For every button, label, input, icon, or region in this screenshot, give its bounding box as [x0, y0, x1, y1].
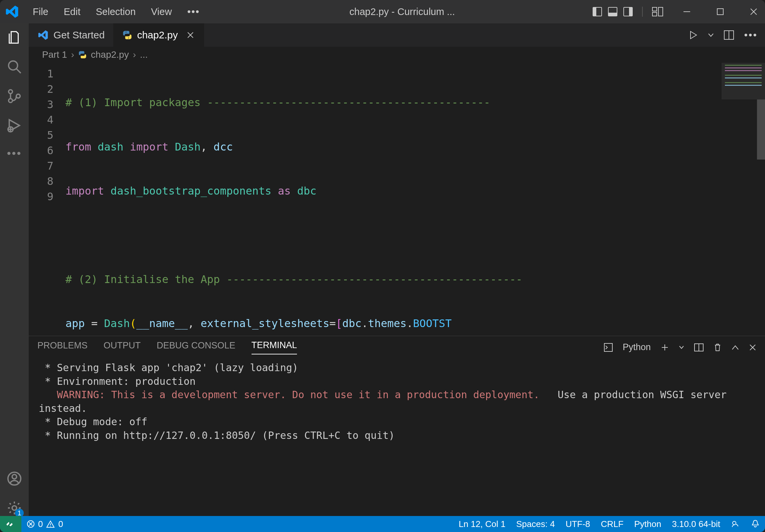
panel-tab-debug[interactable]: DEBUG CONSOLE: [157, 340, 236, 354]
accounts-icon[interactable]: [6, 471, 22, 487]
status-bell-icon[interactable]: [746, 519, 765, 529]
python-icon: [122, 30, 132, 40]
run-file-icon[interactable]: [689, 31, 698, 39]
svg-line-8: [16, 69, 21, 73]
svg-point-17: [12, 506, 16, 510]
svg-point-10: [9, 99, 13, 103]
code-content[interactable]: # (1) Import packages ------------------…: [65, 63, 765, 336]
kill-terminal-icon[interactable]: [714, 343, 722, 352]
terminal-actions: Python: [604, 342, 756, 352]
menu-file[interactable]: File: [33, 6, 48, 17]
maximize-panel-icon[interactable]: [732, 345, 739, 350]
svg-point-7: [9, 61, 18, 70]
breadcrumb[interactable]: Part 1 › chap2.py › ...: [29, 47, 765, 63]
status-feedback-icon[interactable]: [726, 519, 746, 529]
customize-layout-icon[interactable]: [652, 7, 663, 16]
window-controls: [680, 5, 760, 18]
menu-edit[interactable]: Edit: [64, 6, 81, 17]
panel-tab-problems[interactable]: PROBLEMS: [37, 340, 88, 354]
window-title: chap2.py - Curriculum ...: [215, 6, 589, 17]
chevron-right-icon: ›: [133, 49, 136, 60]
close-tab-icon[interactable]: [186, 30, 195, 40]
status-indent[interactable]: Spaces: 4: [511, 519, 560, 529]
svg-point-34: [733, 521, 736, 525]
overview-scrollbar[interactable]: [757, 63, 765, 336]
layout-bottom-icon[interactable]: [608, 7, 617, 16]
explorer-icon[interactable]: [6, 29, 22, 45]
split-terminal-icon[interactable]: [694, 343, 704, 351]
settings-gear-icon[interactable]: 1: [6, 500, 22, 516]
close-button[interactable]: [747, 5, 760, 18]
close-panel-icon[interactable]: [749, 344, 756, 351]
panel-tab-terminal[interactable]: TERMINAL: [252, 340, 297, 354]
status-position[interactable]: Ln 12, Col 1: [453, 519, 511, 529]
tab-get-started[interactable]: Get Started: [29, 23, 114, 47]
line-gutter: 123456789: [29, 63, 65, 336]
svg-point-33: [50, 526, 51, 527]
svg-rect-4: [717, 9, 723, 15]
terminal-profile-icon[interactable]: [604, 343, 613, 352]
run-dropdown-icon[interactable]: [708, 32, 714, 38]
split-editor-icon[interactable]: [724, 30, 734, 40]
run-debug-icon[interactable]: [6, 117, 22, 134]
svg-point-9: [9, 90, 13, 94]
source-control-icon[interactable]: [6, 88, 22, 104]
terminal-shell-name[interactable]: Python: [623, 342, 651, 352]
title-bar: File Edit Selection View ••• chap2.py - …: [0, 0, 765, 23]
remote-indicator[interactable]: [0, 516, 21, 532]
new-terminal-icon[interactable]: [661, 343, 669, 351]
panel-tabs: PROBLEMS OUTPUT DEBUG CONSOLE TERMINAL P…: [29, 336, 765, 354]
editor-more-icon[interactable]: •••: [744, 29, 758, 41]
menu-view[interactable]: View: [151, 6, 172, 17]
svg-rect-0: [652, 7, 657, 11]
status-problems[interactable]: 0 0: [21, 519, 68, 529]
status-language[interactable]: Python: [629, 519, 666, 529]
vscode-icon: [37, 29, 49, 41]
breadcrumb-folder[interactable]: Part 1: [42, 49, 67, 60]
svg-rect-1: [652, 12, 657, 16]
editor-tabs: Get Started chap2.py •••: [29, 23, 765, 47]
terminal-dropdown-icon[interactable]: [679, 345, 684, 350]
breadcrumb-file[interactable]: chap2.py: [91, 49, 129, 60]
settings-badge: 1: [15, 509, 24, 516]
panel-tab-output[interactable]: OUTPUT: [104, 340, 141, 354]
tab-chap2-py[interactable]: chap2.py: [114, 23, 204, 47]
python-icon: [78, 50, 87, 59]
svg-rect-2: [658, 7, 663, 16]
status-eol[interactable]: CRLF: [596, 519, 629, 529]
svg-rect-22: [604, 343, 612, 351]
chevron-right-icon: ›: [71, 49, 74, 60]
menu-selection[interactable]: Selection: [96, 6, 136, 17]
editor-actions: •••: [682, 23, 765, 47]
tab-label: chap2.py: [137, 29, 178, 41]
maximize-button[interactable]: [714, 5, 727, 18]
editor-layout-controls: [593, 7, 663, 17]
search-icon[interactable]: [6, 59, 22, 75]
terminal-output[interactable]: * Serving Flask app 'chap2' (lazy loadin…: [29, 354, 765, 516]
layout-separator: [642, 7, 643, 17]
activity-bar: ••• 1: [0, 23, 29, 516]
layout-right-icon[interactable]: [623, 7, 633, 16]
code-editor[interactable]: 123456789 # (1) Import packages --------…: [29, 63, 765, 336]
activity-more-icon[interactable]: •••: [7, 147, 22, 160]
status-bar: 0 0 Ln 12, Col 1 Spaces: 4 UTF-8 CRLF Py…: [0, 516, 765, 532]
main-area: Get Started chap2.py ••• Part 1: [29, 23, 765, 516]
svg-point-16: [12, 475, 16, 479]
layout-left-icon[interactable]: [593, 7, 602, 16]
minimize-button[interactable]: [680, 5, 694, 18]
breadcrumb-more[interactable]: ...: [140, 49, 148, 60]
menu-more-icon[interactable]: •••: [187, 6, 200, 17]
status-encoding[interactable]: UTF-8: [560, 519, 596, 529]
tab-label: Get Started: [53, 29, 105, 41]
bottom-panel: PROBLEMS OUTPUT DEBUG CONSOLE TERMINAL P…: [29, 336, 765, 516]
vscode-logo-icon: [5, 4, 19, 19]
status-interpreter[interactable]: 3.10.0 64-bit: [666, 519, 726, 529]
